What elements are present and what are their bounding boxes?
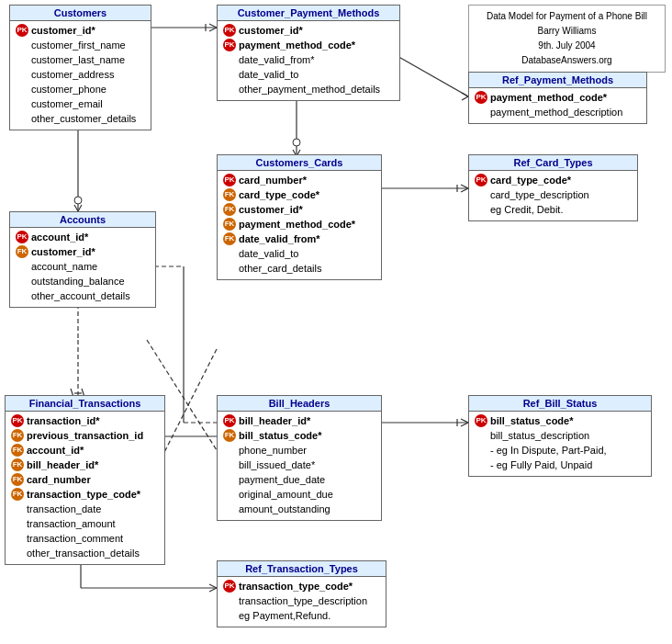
pk-badge: PK: [475, 174, 487, 186]
entity-rtt-body: PK transaction_type_code* transaction_ty…: [218, 577, 386, 627]
svg-line-14: [461, 188, 468, 192]
pk-badge: PK: [16, 24, 28, 37]
entity-rpm-header: Ref_Payment_Methods: [469, 73, 646, 88]
svg-line-21: [78, 205, 82, 211]
field-rpm-code: PK payment_method_code*: [475, 90, 641, 105]
field-account-customer-id: FK customer_id*: [16, 244, 150, 259]
entity-customer-payment-methods: Customer_Payment_Methods PK customer_id*…: [217, 5, 400, 101]
fk-badge: FK: [223, 203, 236, 216]
field-outstanding-balance: outstanding_balance: [16, 274, 150, 288]
entity-rbs-body: PK bill_status_code* bill_status_descrip…: [469, 412, 651, 476]
entity-customers-body: PK customer_id* customer_first_name cust…: [10, 21, 151, 130]
field-other-account-details: other_account_details: [16, 288, 150, 303]
entity-accounts-body: PK account_id* FK customer_id* account_n…: [10, 228, 155, 307]
field-bh-phone-number: phone_number: [223, 443, 375, 458]
pk-badge: PK: [223, 580, 236, 593]
fk-badge: FK: [11, 458, 24, 471]
field-cc-payment-method-code: FK payment_method_code*: [223, 217, 375, 232]
svg-line-20: [74, 205, 78, 211]
fk-badge: FK: [223, 232, 236, 245]
field-ft-transaction-amount: transaction_amount: [11, 516, 159, 531]
field-rct-description: card_type_description: [475, 187, 632, 202]
field-customer-email: customer_email: [16, 96, 145, 111]
field-rct-code: PK card_type_code*: [475, 173, 632, 187]
entity-financial-transactions: Financial_Transactions PK transaction_id…: [5, 395, 165, 565]
entity-ft-header: Financial_Transactions: [6, 396, 164, 412]
field-rtt-description: transaction_type_description: [223, 593, 380, 608]
entity-ref-bill-status: Ref_Bill_Status PK bill_status_code* bil…: [468, 395, 652, 477]
entity-bill-headers: Bill_Headers PK bill_header_id* FK bill_…: [217, 395, 382, 521]
svg-line-39: [209, 588, 217, 592]
field-ft-card-number: FK card_number: [11, 472, 159, 487]
field-ft-transaction-comment: transaction_comment: [11, 531, 159, 546]
entity-ref-transaction-types: Ref_Transaction_Types PK transaction_typ…: [217, 560, 386, 627]
field-cc-date-valid-from: FK date_valid_from*: [223, 232, 375, 246]
field-rpm-description: payment_method_description: [475, 105, 641, 119]
svg-line-34: [461, 423, 468, 426]
field-bh-bill-issued-date: bill_issued_date*: [223, 458, 375, 472]
field-cpm-date-valid-to: date_valid_to: [223, 67, 394, 82]
entity-bh-header: Bill_Headers: [218, 396, 381, 412]
field-cc-card-number: PK card_number*: [223, 173, 375, 187]
field-ft-bill-header-id: FK bill_header_id*: [11, 458, 159, 472]
svg-line-38: [209, 584, 217, 588]
field-customer-address: customer_address: [16, 67, 145, 82]
pk-badge: PK: [223, 174, 236, 186]
svg-line-4: [396, 55, 468, 96]
field-cpm-payment-method-code: PK payment_method_code*: [223, 38, 394, 52]
field-other-customer-details: other_customer_details: [16, 111, 145, 126]
entity-rct-header: Ref_Card_Types: [469, 155, 637, 171]
entity-accounts-header: Accounts: [10, 212, 155, 228]
entity-cpm-body: PK customer_id* PK payment_method_code* …: [218, 21, 399, 100]
field-rtt-code: PK transaction_type_code*: [223, 579, 380, 593]
field-ft-prev-transaction-id: FK previous_transaction_id: [11, 428, 159, 443]
field-rbs-description: bill_status_description: [475, 428, 645, 443]
field-bh-bill-header-id: PK bill_header_id*: [223, 413, 375, 428]
entity-rbs-header: Ref_Bill_Status: [469, 396, 651, 412]
entity-accounts: Accounts PK account_id* FK customer_id* …: [9, 211, 156, 308]
svg-point-19: [74, 197, 82, 204]
field-bh-bill-status-code: FK bill_status_code*: [223, 428, 375, 443]
entity-cc-body: PK card_number* FK card_type_code* FK cu…: [218, 171, 381, 279]
entity-ref-payment-methods: Ref_Payment_Methods PK payment_method_co…: [468, 72, 647, 124]
field-bh-original-amount-due: original_amount_due: [223, 487, 375, 502]
fk-badge: FK: [11, 488, 24, 501]
entity-ref-card-types: Ref_Card_Types PK card_type_code* card_t…: [468, 154, 638, 221]
field-cc-card-type-code: FK card_type_code*: [223, 187, 375, 202]
field-customer-last-name: customer_last_name: [16, 52, 145, 67]
entity-rpm-body: PK payment_method_code* payment_method_d…: [469, 88, 646, 123]
entity-rtt-header: Ref_Transaction_Types: [218, 561, 386, 577]
fk-badge: FK: [11, 473, 24, 486]
entity-cc-header: Customers_Cards: [218, 155, 381, 171]
info-author: Barry Williams: [538, 26, 597, 36]
svg-line-6: [462, 96, 468, 100]
pk-badge: PK: [475, 414, 487, 427]
fk-badge: FK: [223, 429, 236, 442]
field-rct-eg: eg Credit, Debit.: [475, 202, 632, 217]
svg-line-1: [209, 24, 217, 28]
field-ft-transaction-id: PK transaction_id*: [11, 413, 159, 428]
pk-badge: PK: [223, 39, 236, 51]
fk-badge: FK: [223, 188, 236, 201]
entity-cpm-header: Customer_Payment_Methods: [218, 6, 399, 21]
field-bh-amount-outstanding: amount_outstanding: [223, 502, 375, 516]
fk-badge: FK: [11, 429, 24, 442]
pk-badge: PK: [11, 414, 24, 427]
field-cpm-date-valid-from: date_valid_from*: [223, 52, 394, 67]
entity-bh-body: PK bill_header_id* FK bill_status_code* …: [218, 412, 381, 520]
field-customer-phone: customer_phone: [16, 82, 145, 96]
field-cc-customer-id: FK customer_id*: [223, 202, 375, 217]
field-rbs-code: PK bill_status_code*: [475, 413, 645, 428]
info-box: Data Model for Payment of a Phone Bill B…: [468, 5, 666, 73]
fk-badge: FK: [223, 218, 236, 231]
field-cc-date-valid-to: date_valid_to: [223, 246, 375, 261]
field-cc-other: other_card_details: [223, 261, 375, 276]
pk-badge: PK: [223, 414, 236, 427]
field-rbs-eg2: - eg Fully Paid, Unpaid: [475, 458, 645, 472]
field-customer-first-name: customer_first_name: [16, 38, 145, 52]
field-ft-account-id: FK account_id*: [11, 443, 159, 458]
field-rbs-eg1: - eg In Dispute, Part-Paid,: [475, 443, 645, 458]
info-site: DatabaseAnswers.org: [521, 55, 611, 65]
entity-rct-body: PK card_type_code* card_type_description…: [469, 171, 637, 220]
info-date: 9th. July 2004: [538, 40, 595, 51]
